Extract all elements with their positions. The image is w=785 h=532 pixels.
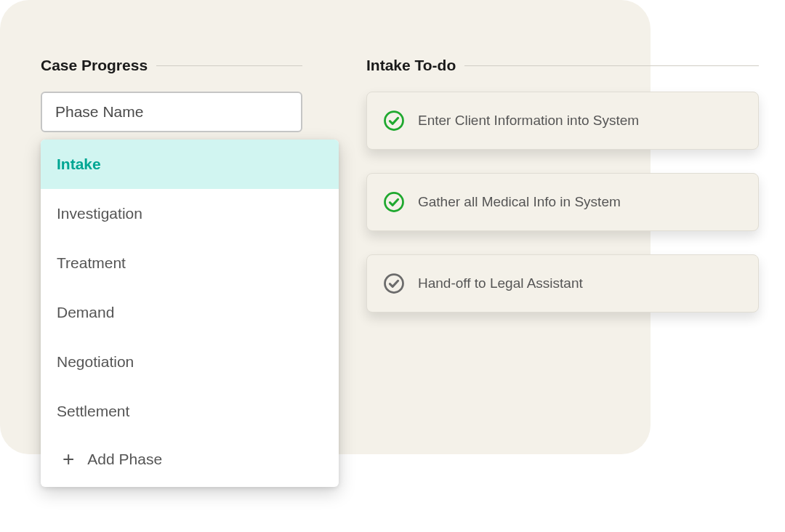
todo-title: Intake To-do <box>366 57 456 74</box>
phase-option-label: Negotiation <box>57 353 134 370</box>
case-progress-title: Case Progress <box>41 57 148 74</box>
todo-item[interactable]: Hand-off to Legal Assistant <box>366 254 759 313</box>
svg-point-0 <box>385 112 403 130</box>
phase-option-settlement[interactable]: Settlement <box>41 387 339 436</box>
todo-header: Intake To-do <box>366 57 759 74</box>
phase-option-label: Demand <box>57 304 114 321</box>
todo-item-label: Enter Client Information into System <box>418 113 639 129</box>
svg-point-1 <box>385 193 403 211</box>
phase-dropdown: Intake Investigation Treatment Demand Ne… <box>41 140 339 487</box>
phase-option-label: Intake <box>57 156 101 172</box>
phase-option-label: Settlement <box>57 403 129 419</box>
case-progress-panel: Case Progress Intake Investigation Treat… <box>41 57 302 487</box>
todo-item[interactable]: Enter Client Information into System <box>366 92 759 150</box>
phase-option-negotiation[interactable]: Negotiation <box>41 337 339 387</box>
todo-item[interactable]: Gather all Medical Info in System <box>366 173 759 231</box>
phase-option-demand[interactable]: Demand <box>41 288 339 337</box>
check-circle-icon <box>383 110 405 132</box>
phase-option-investigation[interactable]: Investigation <box>41 189 339 238</box>
plus-icon: + <box>63 449 74 469</box>
phase-option-treatment[interactable]: Treatment <box>41 238 339 288</box>
todo-item-label: Gather all Medical Info in System <box>418 194 621 210</box>
check-circle-icon <box>383 273 405 294</box>
add-phase-label: Add Phase <box>87 451 162 468</box>
phase-option-intake[interactable]: Intake <box>41 140 339 189</box>
todo-panel: Intake To-do Enter Client Information in… <box>366 57 759 336</box>
phase-name-input[interactable] <box>41 92 302 132</box>
check-circle-icon <box>383 191 405 213</box>
phase-option-label: Treatment <box>57 254 126 271</box>
svg-point-2 <box>385 275 403 293</box>
header-divider <box>464 65 759 66</box>
todo-item-label: Hand-off to Legal Assistant <box>418 275 583 291</box>
add-phase-button[interactable]: + Add Phase <box>41 436 339 474</box>
header-divider <box>156 65 302 66</box>
case-progress-header: Case Progress <box>41 57 302 74</box>
phase-option-label: Investigation <box>57 205 142 222</box>
